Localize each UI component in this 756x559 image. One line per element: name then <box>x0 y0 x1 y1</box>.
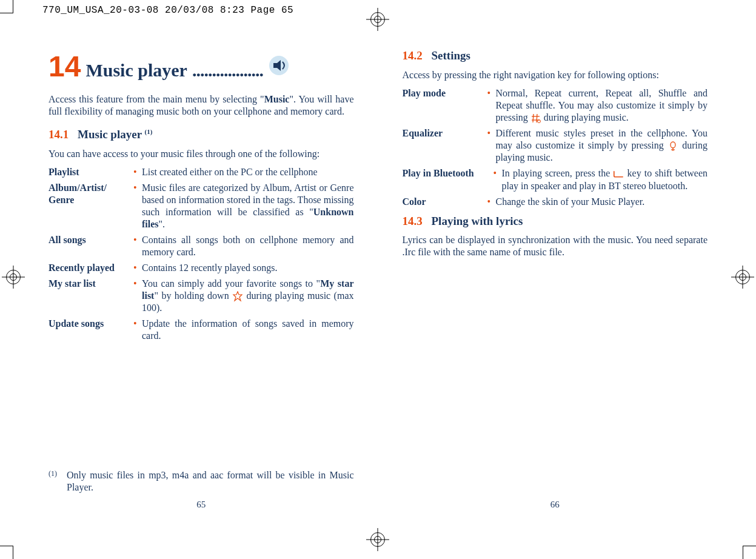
section-title: Settings <box>432 49 470 62</box>
page-right: 14.2 Settings Access by pressing the rig… <box>403 49 708 510</box>
intro-text: Access this feature from the main menu b… <box>49 93 354 118</box>
term-recent: Recently played <box>49 262 133 274</box>
crop-mark <box>743 546 756 559</box>
term-equalizer: Equalizer <box>403 127 487 164</box>
definition-row: My star list • You can simply add your f… <box>49 278 354 314</box>
term-playmode: Play mode <box>403 87 487 124</box>
definition-row: Color • Change the skin of your Music Pl… <box>403 196 708 208</box>
definition-row: Equalizer • Different music styles prese… <box>403 127 708 164</box>
text: Access this feature from the main menu b… <box>49 94 264 104</box>
desc-recent: Contains 12 recently played songs. <box>142 262 354 274</box>
text: In playing screen, press the <box>502 168 614 178</box>
bullet-icon: • <box>133 262 142 274</box>
chapter-heading: 14 Music player .................. <box>49 49 354 85</box>
svg-line-2 <box>533 114 534 122</box>
section-heading: 14.1 Music player (1) <box>49 127 354 142</box>
registration-mark <box>370 12 385 27</box>
term-update: Update songs <box>49 318 133 342</box>
desc-equalizer: Different music styles preset in the cel… <box>496 127 708 164</box>
crop-mark <box>0 0 13 13</box>
chapter-number: 14 <box>49 49 81 85</box>
desc-playmode: Normal, Repeat current, Repeat all, Shuf… <box>496 87 708 124</box>
section-title: Music player <box>78 128 144 141</box>
footnote-text: Only music files in mp3, m4a and aac for… <box>67 469 354 494</box>
page-number-left: 65 <box>49 499 354 510</box>
section-title: Playing with lyrics <box>432 215 523 227</box>
term-bluetooth: Play in Bluetooth <box>403 167 493 192</box>
star-key-icon <box>232 291 243 302</box>
desc-color: Change the skin of your Music Player. <box>496 196 708 208</box>
term-playlist: Playlist <box>49 166 133 178</box>
lead-in-text: Access by pressing the right navigation … <box>403 69 708 81</box>
definition-row: Update songs • Update the information of… <box>49 318 354 342</box>
term-starlist: My star list <box>49 278 133 314</box>
bullet-icon: • <box>133 166 142 178</box>
bullet-icon: • <box>487 196 496 208</box>
text: during playing music. <box>544 112 629 122</box>
desc-playlist: List created either on the PC or the cel… <box>142 166 354 178</box>
page-number-right: 66 <box>403 499 708 510</box>
definition-row: All songs • Contains all songs both on c… <box>49 234 354 258</box>
definition-row: Play mode • Normal, Repeat current, Repe… <box>403 87 708 124</box>
section-number: 14.3 <box>403 215 423 227</box>
lead-in-text: You can have access to your music files … <box>49 148 354 160</box>
desc-allsongs: Contains all songs both on cellphone mem… <box>142 234 354 258</box>
registration-mark <box>370 532 385 547</box>
chapter-title: Music player <box>85 59 187 82</box>
desc-bluetooth: In playing screen, press the key to shif… <box>502 167 708 192</box>
bullet-icon: • <box>133 182 142 230</box>
definition-row: Album/Artist/ Genre • Music files are ca… <box>49 182 354 230</box>
text: You can simply add your favorite songs t… <box>142 278 320 289</box>
desc-album: Music files are categorized by Album, Ar… <box>142 182 354 230</box>
desc-update: Update the information of songs saved in… <box>142 318 354 342</box>
term-allsongs: All songs <box>49 234 133 258</box>
bullet-icon: • <box>487 127 496 164</box>
hash-key-icon <box>530 113 541 124</box>
term-album: Album/Artist/ Genre <box>49 182 133 230</box>
chapter-dots: .................. <box>192 59 263 82</box>
lyrics-text: Lyrics can be displayed in synchronizati… <box>403 234 708 258</box>
crop-mark <box>0 546 13 559</box>
page-left: 14 Music player .................. Acces… <box>49 49 354 510</box>
text: " by holding down <box>154 290 232 301</box>
definition-row: Play in Bluetooth • In playing screen, p… <box>403 167 708 192</box>
registration-mark <box>6 270 21 284</box>
bullet-icon: • <box>133 278 142 314</box>
section-heading: 14.2 Settings <box>403 49 708 63</box>
section-number: 14.1 <box>49 128 69 141</box>
bullet-icon: • <box>133 318 142 342</box>
svg-point-7 <box>671 142 675 148</box>
zero-key-icon <box>667 141 678 152</box>
definition-row: Playlist • List created either on the PC… <box>49 166 354 178</box>
svg-line-3 <box>537 114 537 122</box>
section-number: 14.2 <box>403 49 423 62</box>
section-heading: 14.3 Playing with lyrics <box>403 214 708 229</box>
softkey-icon <box>613 169 624 180</box>
term-color: Color <box>403 196 487 208</box>
bullet-icon: • <box>493 167 502 192</box>
registration-mark <box>735 270 750 284</box>
footnote: (1) Only music files in mp3, m4a and aac… <box>49 469 354 494</box>
text: ". <box>159 219 166 229</box>
speaker-icon <box>268 55 290 76</box>
footnote-marker: (1) <box>49 469 67 494</box>
text-bold: Music <box>264 94 290 104</box>
desc-starlist: You can simply add your favorite songs t… <box>142 278 354 314</box>
bullet-icon: • <box>487 87 496 124</box>
definition-row: Recently played • Contains 12 recently p… <box>49 262 354 274</box>
footnote-ref: (1) <box>144 128 152 135</box>
bullet-icon: • <box>133 234 142 258</box>
print-header: 770_UM_USA_20-03-08 20/03/08 8:23 Page 6… <box>42 5 293 16</box>
